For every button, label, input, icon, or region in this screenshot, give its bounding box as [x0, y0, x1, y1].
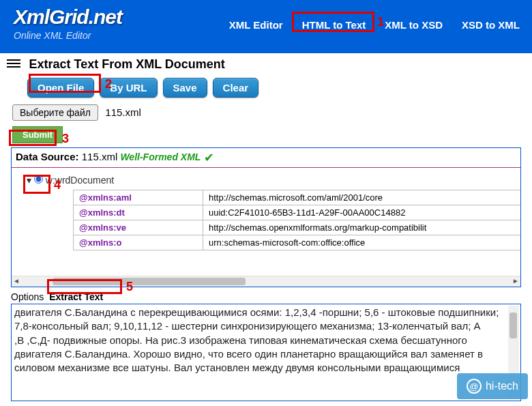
tab-extract-text[interactable]: Extract Text — [49, 291, 103, 302]
annotation-num-1: 1 — [377, 15, 384, 29]
open-file-button[interactable]: Open File — [27, 78, 94, 98]
annotation-num-4: 4 — [54, 178, 61, 192]
well-formed-status: Well-Formed XML — [120, 151, 201, 162]
scroll-thumb[interactable] — [509, 313, 517, 338]
scroll-left-icon[interactable]: ◄ — [12, 277, 21, 287]
extracted-text[interactable]: двигателя С.Баландина с перекрещивающими… — [13, 306, 519, 400]
watermark-text: hi-tech — [486, 380, 518, 392]
attr-name[interactable]: @xmlns:dt — [74, 205, 203, 220]
nav-xml-to-xsd[interactable]: XML to XSD — [385, 19, 443, 31]
scroll-thumb[interactable] — [53, 278, 246, 285]
attr-name[interactable]: @xmlns:o — [74, 235, 203, 250]
at-icon: @ — [467, 379, 482, 394]
annotation-num-3: 3 — [62, 132, 69, 146]
root-radio[interactable] — [34, 175, 43, 184]
check-icon: ✔ — [204, 151, 214, 164]
attr-value: uuid:C2F41010-65B3-11d1-A29F-00AA00C1488… — [203, 205, 521, 220]
table-row: @xmlns:amlhttp://schemas.microsoft.com/a… — [74, 190, 521, 205]
attr-value: urn:schemas-microsoft-com:office:office — [203, 235, 521, 250]
attr-name[interactable]: @xmlns:aml — [74, 190, 203, 205]
xml-tree: ▾ w:wrdDocument @xmlns:amlhttp://schemas… — [12, 168, 520, 276]
extracted-text-panel: двигателя С.Баландина с перекрещивающими… — [11, 304, 521, 401]
nav-html-to-text[interactable]: HTML to Text — [302, 19, 366, 31]
site-tagline: Online XML Editor — [14, 30, 518, 41]
scroll-right-icon[interactable]: ► — [511, 277, 520, 287]
choose-file-button[interactable]: Выберите файл — [12, 104, 98, 121]
table-row: @xmlns:vehttp://schemas.openxmlformats.o… — [74, 220, 521, 235]
annotation-num-5: 5 — [126, 280, 133, 294]
attribute-table: @xmlns:amlhttp://schemas.microsoft.com/a… — [73, 190, 520, 250]
action-toolbar: Open File By URL Save Clear — [27, 78, 505, 98]
tree-root-row[interactable]: ▾ w:wrdDocument — [12, 168, 520, 190]
data-source-panel: Data Source: 115.xml Well-Formed XML ✔ ▾… — [11, 147, 521, 287]
table-row: @xmlns:dtuuid:C2F41010-65B3-11d1-A29F-00… — [74, 205, 521, 220]
submit-button[interactable]: Submit — [12, 126, 63, 143]
save-button[interactable]: Save — [163, 78, 207, 98]
file-input-row: Выберите файл 115.xml — [12, 104, 520, 121]
top-nav: XML Editor HTML to Text XML to XSD XSD t… — [229, 19, 520, 31]
nav-xml-editor[interactable]: XML Editor — [229, 19, 283, 31]
hamburger-icon[interactable] — [7, 57, 20, 70]
attr-value: http://schemas.microsoft.com/aml/2001/co… — [203, 190, 521, 205]
root-suffix: rdDocument — [62, 175, 114, 186]
chosen-filename: 115.xml — [105, 106, 141, 118]
top-header: XmlGrid.net Online XML Editor XML Editor… — [0, 0, 532, 53]
clear-button[interactable]: Clear — [213, 78, 259, 98]
data-source-label: Data Source: — [16, 151, 79, 162]
data-source-header: Data Source: 115.xml Well-Formed XML ✔ — [12, 148, 520, 168]
page-title: Extract Text From XML Document — [29, 57, 224, 72]
data-source-file: 115.xml — [82, 151, 118, 162]
annotation-num-2: 2 — [105, 77, 112, 91]
lower-tabs: Options Extract Text — [11, 291, 521, 302]
attr-name[interactable]: @xmlns:ve — [74, 220, 203, 235]
table-row: @xmlns:ourn:schemas-microsoft-com:office… — [74, 235, 521, 250]
watermark-badge: @ hi-tech — [457, 373, 528, 399]
nav-xsd-to-xml[interactable]: XSD to XML — [462, 19, 520, 31]
tab-options[interactable]: Options — [11, 291, 44, 302]
attr-value: http://schemas.openxmlformats.org/markup… — [203, 220, 521, 235]
horizontal-scrollbar[interactable]: ◄ ► — [12, 276, 520, 287]
collapse-icon[interactable]: ▾ — [27, 175, 31, 186]
